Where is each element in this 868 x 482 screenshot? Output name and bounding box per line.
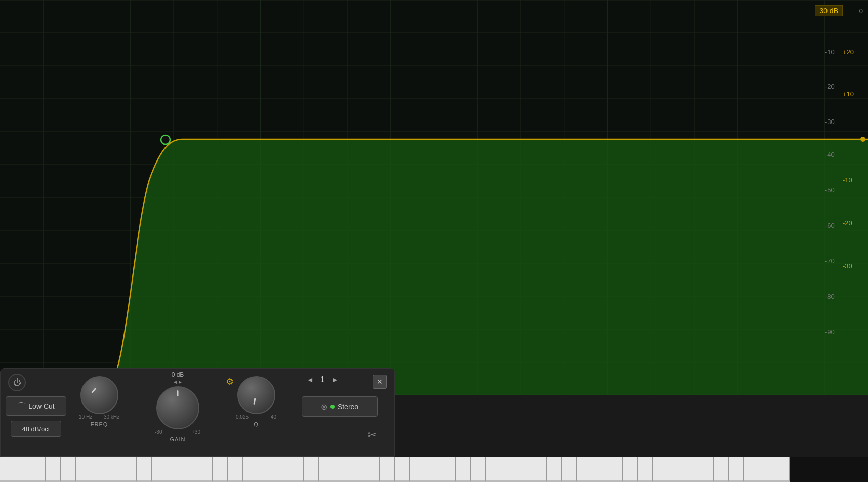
piano-white-key[interactable] [744,457,759,482]
piano-white-key[interactable] [0,457,15,482]
close-button[interactable]: ✕ [373,375,387,389]
piano-white-key[interactable] [304,457,319,482]
piano-white-key[interactable] [653,457,668,482]
freq-knob[interactable] [80,376,118,414]
slope-label: 48 dB/oct [22,425,50,433]
piano-white-key[interactable] [273,457,288,482]
piano-white-key[interactable] [349,457,364,482]
power-icon: ⏻ [13,378,21,387]
db-zero-label: 0 [859,7,863,15]
piano-white-key[interactable] [243,457,258,482]
piano-white-key[interactable] [15,457,30,482]
gear-icon: ⚙ [226,377,234,387]
piano-white-key[interactable] [106,457,121,482]
piano-white-key[interactable] [61,457,76,482]
piano-white-key[interactable] [46,457,61,482]
piano-white-key[interactable] [167,457,182,482]
band-next-button[interactable]: ► [329,375,341,385]
gain-knob-container: 0 dB ◄► -30 +30 GAIN [155,371,200,443]
piano-white-key[interactable] [76,457,91,482]
piano-white-key[interactable] [197,457,213,482]
piano-white-key[interactable] [213,457,228,482]
eq-display: 30 dB 0 [0,0,868,395]
piano-white-key[interactable] [334,457,349,482]
piano-white-key[interactable] [471,457,486,482]
gear-button[interactable]: ⚙ [226,376,234,387]
piano-white-key[interactable] [547,457,562,482]
piano-white-key[interactable] [319,457,334,482]
gain-knob-marker [177,390,179,396]
low-cut-curve-icon: ⌒ [17,401,25,412]
low-cut-button[interactable]: ⌒ Low Cut [6,396,66,416]
close-icon: ✕ [377,378,383,386]
q-knob-container: 0.025 40 Q [236,376,276,427]
gain-top-label: 0 dB [172,371,184,378]
piano-white-key[interactable] [638,457,653,482]
stereo-label: Stereo [338,403,358,411]
gain-max: +30 [192,429,200,435]
piano-white-key[interactable] [607,457,623,482]
freq-max: 30 kHz [104,414,119,420]
control-panel: ⏻ ⌒ Low Cut 48 dB/oct 10 Hz 30 kHz FREQ … [0,395,868,482]
piano-white-key[interactable] [683,457,698,482]
gain-min: -30 [155,429,162,435]
piano-white-key[interactable] [714,457,729,482]
piano-white-key[interactable] [258,457,273,482]
q-min: 0.025 [236,414,249,420]
q-label: Q [254,421,259,427]
piano-white-key[interactable] [152,457,167,482]
stereo-indicator [330,405,335,409]
piano-white-key[interactable] [759,457,774,482]
gain-knob[interactable] [156,386,199,429]
piano-white-key[interactable] [380,457,395,482]
gain-label: GAIN [170,436,186,443]
piano-white-key[interactable] [30,457,46,482]
piano-white-key[interactable] [501,457,516,482]
q-knob[interactable] [237,376,275,414]
low-cut-label: Low Cut [28,402,54,410]
freq-label: FREQ [91,421,108,427]
piano-white-key[interactable] [440,457,456,482]
slope-button[interactable]: 48 dB/oct [11,421,61,437]
eq-canvas[interactable] [0,0,868,395]
piano-white-key[interactable] [531,457,547,482]
stereo-button[interactable]: ⊗ Stereo [302,396,378,417]
piano-white-key[interactable] [410,457,425,482]
freq-knob-marker [91,388,96,393]
piano-white-key[interactable] [395,457,410,482]
piano-white-key[interactable] [228,457,243,482]
piano-white-key[interactable] [592,457,607,482]
piano-white-key[interactable] [577,457,592,482]
band-controls: ⏻ ⌒ Low Cut 48 dB/oct 10 Hz 30 kHz FREQ … [0,368,395,457]
piano-white-key[interactable] [364,457,380,482]
piano-white-key[interactable] [121,457,137,482]
gain-arrows: ◄► [173,379,183,385]
piano-white-key[interactable] [456,457,471,482]
freq-knob-container: 10 Hz 30 kHz FREQ [79,376,119,427]
piano-white-key[interactable] [562,457,577,482]
q-max: 40 [271,414,276,420]
piano-white-key[interactable] [91,457,106,482]
piano-white-key[interactable] [182,457,197,482]
q-range: 0.025 40 [236,414,276,420]
piano-white-key[interactable] [516,457,531,482]
piano-white-key[interactable] [698,457,714,482]
scissors-button[interactable]: ✂ [368,429,377,441]
piano-white-key[interactable] [425,457,440,482]
band-prev-button[interactable]: ◄ [304,375,316,385]
power-button[interactable]: ⏻ [8,374,26,391]
piano-white-key[interactable] [774,457,790,482]
piano-white-key[interactable] [623,457,638,482]
piano-white-key[interactable] [668,457,683,482]
piano-white-key[interactable] [729,457,744,482]
piano-white-key[interactable] [137,457,152,482]
piano-white-key[interactable] [288,457,304,482]
db-label: 30 dB [819,7,838,15]
piano-keyboard [0,457,868,482]
band-number: 1 [320,375,325,384]
db-label-box: 30 dB [815,5,843,16]
link-icon: ⊗ [321,402,327,412]
piano-white-key[interactable] [486,457,501,482]
freq-range: 10 Hz 30 kHz [79,414,119,420]
scissors-icon: ✂ [368,429,377,440]
